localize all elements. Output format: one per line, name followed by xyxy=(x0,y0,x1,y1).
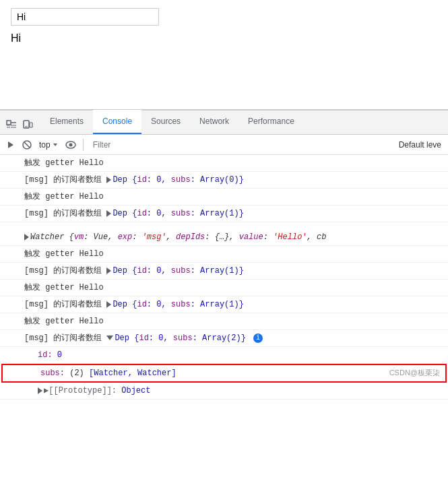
console-line: 触发 getter Hello xyxy=(0,155,448,172)
svg-line-11 xyxy=(24,141,30,148)
devtools-tab-icons xyxy=(5,119,34,134)
console-line: 触发 getter Hello xyxy=(0,189,448,205)
tab-console[interactable]: Console xyxy=(93,110,141,134)
webpage-input[interactable] xyxy=(11,8,159,26)
inspect-icon[interactable] xyxy=(5,119,18,131)
console-toolbar: top Default leve xyxy=(0,135,448,155)
console-line: [msg] 的订阅者数组 Dep {id: 0, subs: Array(0)} xyxy=(0,172,448,189)
tab-network[interactable]: Network xyxy=(190,110,238,134)
console-line: [msg] 的订阅者数组 Dep {id: 0, subs: Array(1)} xyxy=(0,296,448,313)
toolbar-divider xyxy=(83,139,84,151)
console-line-expanded-parent: [msg] 的订阅者数组 Dep {id: 0, subs: Array(2)}… xyxy=(0,330,448,347)
svg-marker-12 xyxy=(53,143,57,146)
filter-input[interactable] xyxy=(89,139,396,151)
console-expanded-subs: subs: (2) [Watcher, Watcher] CSDN@板栗柒 xyxy=(1,364,447,383)
block-icon[interactable] xyxy=(20,138,34,152)
devtools-panel: Elements Console Sources Network Perform… xyxy=(0,110,448,479)
console-line-watcher: Watcher {vm: Vue, exp: 'msg', depIds: {…… xyxy=(0,229,448,246)
device-icon[interactable] xyxy=(22,119,34,131)
tab-sources[interactable]: Sources xyxy=(141,110,190,134)
webpage-area: Hi xyxy=(0,0,448,110)
svg-rect-7 xyxy=(30,123,32,127)
console-output[interactable]: 触发 getter Hello [msg] 的订阅者数组 Dep {id: 0,… xyxy=(0,155,448,479)
svg-rect-0 xyxy=(7,121,11,125)
console-line: 触发 getter Hello xyxy=(0,313,448,330)
default-level-label: Default leve xyxy=(399,140,444,150)
console-line: [msg] 的订阅者数组 Dep {id: 0, subs: Array(1)} xyxy=(0,263,448,280)
devtools-tab-bar: Elements Console Sources Network Perform… xyxy=(0,110,448,135)
context-selector[interactable]: top xyxy=(36,139,61,151)
console-line-blank xyxy=(0,222,448,229)
console-expanded-id: id: 0 xyxy=(0,347,448,364)
console-line: [msg] 的订阅者数组 Dep {id: 0, subs: Array(1)} xyxy=(0,205,448,222)
tab-performance[interactable]: Performance xyxy=(238,110,304,134)
console-line: 触发 getter Hello xyxy=(0,246,448,263)
console-line: 触发 getter Hello xyxy=(0,280,448,296)
watermark: CSDN@板栗柒 xyxy=(389,367,440,379)
run-icon[interactable] xyxy=(4,138,18,152)
info-icon[interactable]: i xyxy=(253,333,263,343)
webpage-display-text: Hi xyxy=(11,32,437,44)
svg-marker-9 xyxy=(8,141,13,148)
tab-elements[interactable]: Elements xyxy=(40,110,93,134)
svg-point-14 xyxy=(69,143,72,146)
eye-icon[interactable] xyxy=(64,138,77,152)
console-expanded-proto: ▶[[Prototype]]: Object xyxy=(0,383,448,400)
